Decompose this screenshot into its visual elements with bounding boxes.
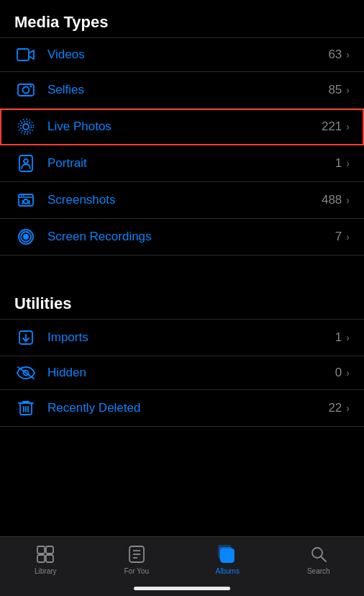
home-indicator — [134, 587, 230, 590]
live-photos-label: Live Photos — [47, 119, 322, 134]
list-item-portrait[interactable]: Portrait 1 › — [0, 145, 364, 182]
albums-tab-icon — [217, 544, 237, 564]
portrait-chevron: › — [346, 158, 350, 169]
selfies-label: Selfies — [47, 83, 328, 97]
videos-chevron: › — [346, 49, 350, 60]
screenshot-icon — [14, 191, 37, 209]
hidden-chevron: › — [346, 367, 350, 379]
imports-count: 1 — [335, 330, 342, 345]
imports-label: Imports — [47, 330, 335, 345]
main-content: Media Types Videos 63 › Sel — [0, 0, 364, 510]
svg-rect-21 — [37, 546, 45, 554]
svg-point-4 — [23, 124, 29, 130]
library-tab-label: Library — [35, 567, 57, 575]
albums-tab-label: Albums — [216, 567, 240, 575]
svg-rect-0 — [17, 49, 29, 60]
list-item-live-photos[interactable]: Live Photos 221 › — [0, 109, 364, 145]
video-icon — [14, 48, 37, 62]
list-item-hidden[interactable]: Hidden 0 › — [0, 356, 364, 390]
list-item-screen-recordings[interactable]: Screen Recordings 7 › — [0, 219, 364, 255]
selfies-count: 85 — [328, 83, 342, 97]
svg-rect-31 — [218, 545, 231, 558]
screen-recordings-count: 7 — [335, 230, 342, 244]
search-tab-label: Search — [307, 567, 330, 575]
screenshots-chevron: › — [346, 194, 350, 206]
screen-recordings-label: Screen Recordings — [47, 230, 335, 244]
library-tab-icon — [35, 544, 55, 564]
videos-count: 63 — [328, 48, 342, 62]
tab-library[interactable]: Library — [0, 544, 91, 575]
import-icon — [14, 329, 37, 346]
svg-point-10 — [24, 199, 28, 204]
tab-albums[interactable]: Albums — [182, 544, 273, 575]
media-types-section: Videos 63 › Selfies 85 › — [0, 37, 364, 256]
screen-recordings-icon — [14, 228, 37, 245]
imports-chevron: › — [346, 332, 350, 343]
screenshots-label: Screenshots — [47, 193, 322, 207]
utilities-section: Imports 1 › Hidden 0 › — [0, 319, 364, 427]
hidden-label: Hidden — [47, 366, 335, 380]
selfie-icon — [14, 81, 37, 99]
for-you-tab-label: For You — [124, 567, 149, 575]
list-item-imports[interactable]: Imports 1 › — [0, 320, 364, 356]
svg-point-3 — [30, 86, 32, 88]
videos-label: Videos — [47, 48, 328, 62]
portrait-count: 1 — [335, 156, 342, 171]
list-item-screenshots[interactable]: Screenshots 488 › — [0, 182, 364, 219]
svg-point-12 — [23, 234, 29, 240]
hidden-count: 0 — [335, 366, 342, 380]
recently-deleted-chevron: › — [346, 402, 350, 414]
svg-rect-23 — [37, 555, 45, 562]
svg-point-2 — [23, 87, 29, 94]
svg-rect-24 — [46, 555, 53, 562]
search-tab-icon — [309, 544, 329, 564]
svg-rect-22 — [46, 546, 53, 554]
list-item-videos[interactable]: Videos 63 › — [0, 38, 364, 72]
portrait-icon — [14, 155, 37, 172]
screen-recordings-chevron: › — [346, 231, 350, 243]
svg-point-5 — [21, 122, 32, 132]
live-photos-count: 221 — [322, 119, 342, 134]
live-photos-chevron: › — [346, 121, 350, 132]
media-types-header: Media Types — [0, 0, 364, 37]
utilities-header: Utilities — [0, 281, 364, 319]
list-item-selfies[interactable]: Selfies 85 › — [0, 72, 364, 109]
live-photos-icon — [14, 118, 37, 135]
svg-line-33 — [321, 556, 326, 561]
tab-search[interactable]: Search — [273, 544, 365, 575]
tab-for-you[interactable]: For You — [91, 544, 183, 575]
trash-icon — [14, 399, 37, 417]
recently-deleted-label: Recently Deleted — [47, 401, 328, 415]
list-item-recently-deleted[interactable]: Recently Deleted 22 › — [0, 390, 364, 426]
recently-deleted-count: 22 — [328, 401, 342, 415]
selfies-chevron: › — [346, 84, 350, 96]
for-you-tab-icon — [127, 544, 147, 564]
hidden-icon — [14, 366, 37, 380]
portrait-label: Portrait — [47, 156, 335, 171]
svg-point-8 — [24, 159, 28, 163]
screenshots-count: 488 — [322, 193, 342, 207]
